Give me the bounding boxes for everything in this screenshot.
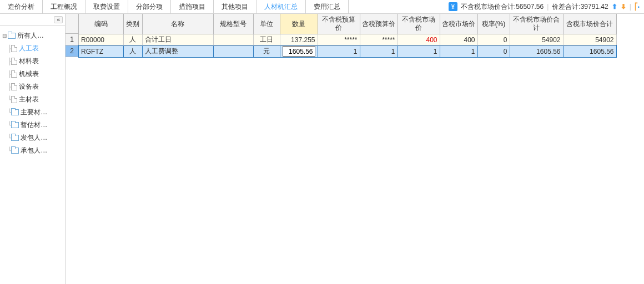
folder-icon [11, 122, 19, 128]
tree-item[interactable]: └ 主要材… [0, 106, 65, 119]
folder-icon [11, 109, 19, 115]
file-icon [11, 70, 17, 78]
table-row[interactable]: R00000人合计工日工日137.255**********4004000549… [79, 34, 616, 45]
tree-label: 所有人… [17, 31, 44, 40]
tree: ⊟所有人…├ 人工表├ 材料表├ 机械表├ 设备表└ 主材表└ 主要材…└ 暂估… [0, 26, 65, 160]
tab-3[interactable]: 分部分项 [128, 0, 171, 14]
tab-2[interactable]: 取费设置 [85, 0, 128, 14]
column-header[interactable]: 规格型号 [213, 14, 253, 34]
file-icon [11, 58, 17, 65]
rownum-header [66, 14, 79, 34]
column-header[interactable]: 不含税市场价合计 [510, 14, 563, 34]
column-header[interactable]: 编码 [79, 14, 123, 34]
folder-icon [11, 148, 19, 154]
column-header[interactable]: 数量 [280, 14, 318, 34]
folder-icon [8, 33, 16, 39]
row-number[interactable]: 2 [66, 45, 79, 57]
file-icon [11, 83, 17, 90]
row-number[interactable]: 1 [66, 34, 79, 45]
grid-area: 12 编码类别名称规格型号单位数量不含税预算价含税预算价不含税市场价含税市场价税… [66, 14, 644, 284]
tree-label: 主材表 [19, 95, 39, 104]
column-header[interactable]: 含税市场价合计 [563, 14, 616, 34]
column-header[interactable]: 不含税预算价 [318, 14, 360, 34]
tab-0[interactable]: 造价分析 [0, 0, 43, 14]
sidebar: « ⊟所有人…├ 人工表├ 材料表├ 机械表├ 设备表└ 主材表└ 主要材…└ … [0, 14, 66, 284]
qty-input[interactable] [283, 46, 315, 57]
tab-7[interactable]: 费用汇总 [306, 0, 349, 14]
collapse-button[interactable]: « [54, 16, 63, 23]
currency-icon: ¥ [449, 2, 457, 11]
tree-label: 承包人… [21, 146, 47, 155]
file-icon [11, 96, 17, 103]
tree-item[interactable]: ├ 人工表 [0, 42, 65, 55]
tab-5[interactable]: 其他项目 [214, 0, 256, 14]
column-header[interactable]: 税率(%) [477, 14, 510, 34]
tree-item[interactable]: └ 暂估材… [0, 119, 65, 131]
tree-item[interactable]: └ 发包人… [0, 131, 65, 144]
tab-4[interactable]: 措施项目 [171, 0, 214, 14]
tree-item[interactable]: ├ 设备表 [0, 80, 65, 93]
tree-item[interactable]: ⊟所有人… [0, 29, 65, 42]
tree-label: 设备表 [19, 82, 39, 92]
expander-icon[interactable]: ⊟ [1, 33, 8, 39]
column-header[interactable]: 类别 [123, 14, 142, 34]
column-header[interactable]: 含税市场价 [440, 14, 477, 34]
column-header[interactable]: 单位 [253, 14, 280, 34]
column-header[interactable]: 名称 [142, 14, 213, 34]
tree-item[interactable]: ├ 材料表 [0, 55, 65, 68]
column-header[interactable]: 不含税市场价 [398, 14, 440, 34]
tree-item[interactable]: ├ 机械表 [0, 68, 65, 80]
tab-6[interactable]: 人材机汇总 [256, 0, 306, 14]
table-row[interactable]: RGFTZ人人工费调整元111101605.561605.56 [79, 45, 616, 57]
summary-bar: ¥ 不含税市场价合计:56507.56 | 价差合计:39791.42 ⬆ ⬇ … [444, 2, 644, 12]
tabs-row: 造价分析工程概况取费设置分部分项措施项目其他项目人材机汇总费用汇总 ¥ 不含税市… [0, 0, 644, 14]
tree-label: 暂估材… [21, 120, 47, 130]
folder-icon [11, 135, 19, 141]
arrow-down-icon[interactable]: ⬇ [621, 3, 626, 11]
arrow-up-icon[interactable]: ⬆ [612, 3, 617, 11]
column-header[interactable]: 含税预算价 [360, 14, 398, 34]
data-grid[interactable]: 编码类别名称规格型号单位数量不含税预算价含税预算价不含税市场价含税市场价税率(%… [79, 14, 617, 58]
tree-label: 机械表 [19, 69, 39, 79]
tree-item[interactable]: └ 承包人… [0, 144, 65, 157]
tree-label: 主要材… [21, 108, 47, 117]
tab-1[interactable]: 工程概况 [43, 0, 85, 14]
file-icon [11, 45, 17, 52]
tree-label: 材料表 [19, 57, 39, 66]
tree-item[interactable]: └ 主材表 [0, 93, 65, 106]
tree-label: 发包人… [21, 133, 47, 143]
tree-label: 人工表 [19, 44, 39, 53]
highlight-icon[interactable]: ⎡• [635, 3, 640, 11]
